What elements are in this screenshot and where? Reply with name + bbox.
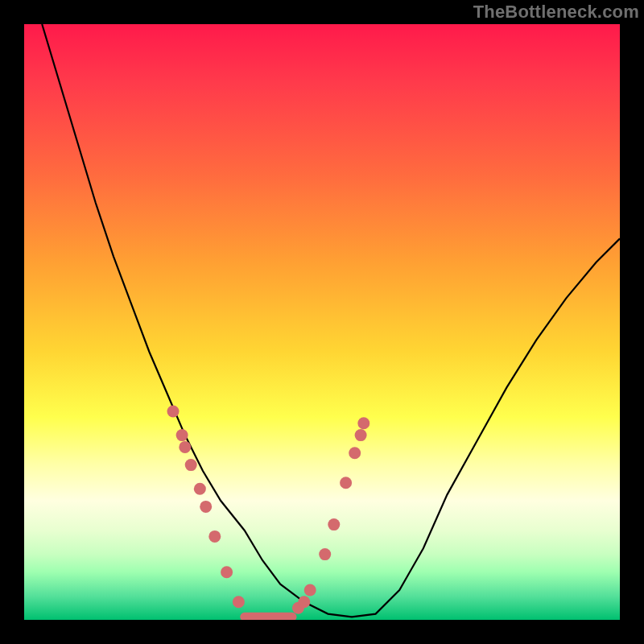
dot-left-8 xyxy=(233,596,245,608)
dot-left-0 xyxy=(167,406,180,418)
dot-right-7 xyxy=(355,429,367,441)
dot-right-6 xyxy=(349,447,361,459)
plot-area xyxy=(24,24,620,620)
dot-left-3 xyxy=(185,459,197,471)
highlight-dots-left xyxy=(167,406,245,609)
chart-svg xyxy=(24,24,620,620)
dot-right-8 xyxy=(357,417,369,429)
dot-right-1 xyxy=(298,596,310,608)
dot-right-4 xyxy=(328,518,340,530)
dot-right-2 xyxy=(304,584,316,597)
dot-left-1 xyxy=(176,429,188,441)
dot-right-3 xyxy=(319,548,331,560)
dot-left-2 xyxy=(179,441,191,453)
dot-left-4 xyxy=(194,483,206,495)
dot-left-6 xyxy=(208,530,221,543)
chart-stage: TheBottleneck.com xyxy=(0,0,644,644)
watermark-text: TheBottleneck.com xyxy=(473,2,639,23)
dot-left-5 xyxy=(200,501,212,513)
highlight-dots-right xyxy=(292,417,369,613)
dot-right-5 xyxy=(340,477,352,489)
dot-left-7 xyxy=(221,566,233,578)
